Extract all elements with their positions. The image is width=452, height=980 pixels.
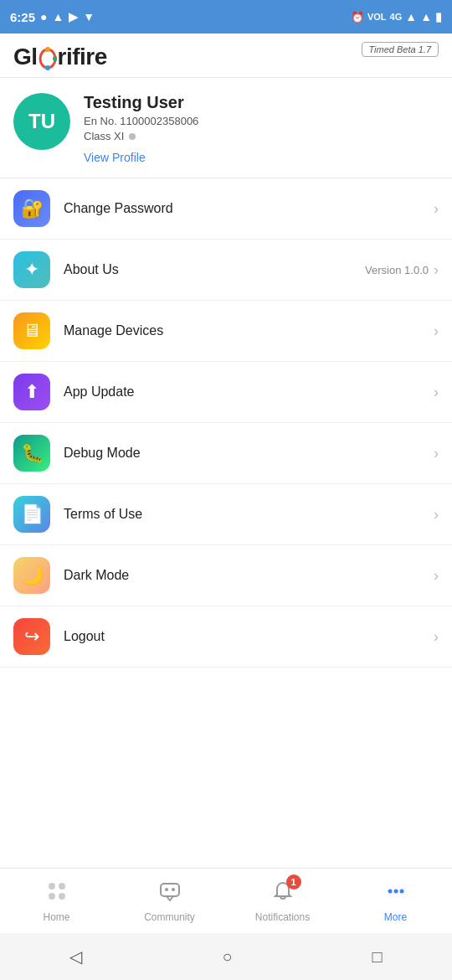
svg-point-5 — [59, 883, 65, 890]
chevron-icon: › — [434, 384, 439, 401]
logout-icon: ↪ — [13, 618, 50, 655]
location-icon: ▼ — [83, 10, 95, 23]
4g-icon: 4G — [390, 12, 403, 22]
svg-point-11 — [388, 889, 392, 893]
app-update-icon: ⬆ — [13, 374, 50, 410]
class-dot — [129, 133, 136, 140]
status-right: ⏰ VOL 4G ▲ ▲ ▮ — [351, 10, 442, 23]
logout-label: Logout — [64, 629, 434, 644]
profile-class: Class XI — [84, 130, 439, 142]
dark-mode-label: Dark Mode — [64, 568, 434, 583]
terms-of-use-icon: 📄 — [13, 496, 50, 533]
chevron-icon: › — [434, 445, 439, 462]
menu-item-about-us[interactable]: ✦ About Us Version 1.0.0 › — [0, 240, 452, 301]
menu-list: 🔐 Change Password › ✦ About Us Version 1… — [0, 178, 452, 668]
svg-point-9 — [165, 888, 168, 891]
play-icon: ▶ — [69, 10, 78, 23]
nav-notifications[interactable]: 1 Notifications — [226, 879, 339, 923]
bottom-nav: Home Community 1 Notifications — [0, 868, 452, 933]
menu-item-app-update[interactable]: ⬆ App Update › — [0, 362, 452, 423]
back-button[interactable]: ◁ — [69, 946, 82, 967]
wifi-icon: ▲ — [420, 10, 432, 23]
about-us-label: About Us — [64, 262, 365, 277]
view-profile-link[interactable]: View Profile — [84, 151, 439, 164]
home-label: Home — [43, 911, 69, 923]
svg-point-6 — [49, 893, 55, 900]
profile-info: Testing User En No. 1100002358006 Class … — [84, 93, 439, 164]
chevron-icon: › — [434, 322, 439, 340]
chevron-icon: › — [434, 567, 439, 585]
chevron-icon: › — [434, 200, 439, 218]
svg-point-1 — [45, 47, 50, 52]
menu-item-terms-of-use[interactable]: 📄 Terms of Use › — [0, 484, 452, 545]
status-bar: 6:25 ● ▲ ▶ ▼ ⏰ VOL 4G ▲ ▲ ▮ — [0, 0, 452, 34]
avatar: TU — [13, 93, 70, 150]
telegram-icon: ▲ — [53, 10, 64, 23]
svg-rect-8 — [161, 884, 179, 896]
chevron-icon: › — [434, 261, 439, 279]
logo: Gl rifire — [13, 44, 107, 70]
home-bar: ◁ ○ □ — [0, 933, 452, 980]
svg-point-4 — [49, 883, 55, 890]
menu-item-manage-devices[interactable]: 🖥 Manage Devices › — [0, 301, 452, 362]
more-label: More — [384, 911, 407, 923]
debug-mode-label: Debug Mode — [64, 446, 434, 461]
home-button[interactable]: ○ — [222, 947, 232, 967]
chevron-icon: › — [434, 628, 439, 646]
manage-devices-label: Manage Devices — [64, 323, 434, 338]
terms-of-use-label: Terms of Use — [64, 507, 434, 522]
app-update-label: App Update — [64, 384, 434, 400]
profile-enno: En No. 1100002358006 — [84, 115, 439, 127]
community-icon — [158, 879, 182, 908]
time-display: 6:25 — [10, 10, 35, 24]
signal-icon: ▲ — [405, 10, 417, 23]
svg-point-13 — [399, 889, 403, 893]
svg-point-3 — [45, 65, 50, 70]
svg-point-7 — [59, 893, 65, 900]
svg-point-12 — [393, 889, 398, 893]
app-header: Gl rifire Timed Beta 1.7 — [0, 34, 452, 78]
debug-mode-icon: 🐛 — [13, 435, 50, 472]
profile-section: TU Testing User En No. 1100002358006 Cla… — [0, 78, 452, 178]
dark-mode-icon: 🌙 — [13, 557, 50, 594]
class-label: Class XI — [84, 130, 124, 142]
nav-more[interactable]: More — [339, 879, 452, 923]
menu-item-logout[interactable]: ↪ Logout › — [0, 606, 452, 668]
status-left: 6:25 ● ▲ ▶ ▼ — [10, 10, 95, 24]
recent-button[interactable]: □ — [372, 947, 382, 967]
more-icon — [384, 879, 408, 908]
menu-item-change-password[interactable]: 🔐 Change Password › — [0, 178, 452, 240]
nav-home[interactable]: Home — [0, 879, 113, 923]
manage-devices-icon: 🖥 — [13, 312, 50, 349]
notifications-label: Notifications — [255, 911, 310, 923]
nav-community[interactable]: Community — [113, 879, 226, 923]
profile-name: Testing User — [84, 93, 439, 112]
whatsapp-icon: ● — [40, 10, 47, 23]
chevron-icon: › — [434, 506, 439, 524]
menu-item-dark-mode[interactable]: 🌙 Dark Mode › — [0, 545, 452, 606]
notifications-icon: 1 — [271, 879, 295, 908]
community-label: Community — [144, 911, 195, 923]
home-icon — [45, 879, 69, 908]
notifications-badge: 1 — [286, 874, 301, 890]
alarm-icon: ⏰ — [351, 11, 364, 23]
change-password-label: Change Password — [64, 201, 434, 216]
svg-point-2 — [53, 56, 57, 61]
about-us-icon: ✦ — [13, 251, 50, 288]
battery-icon: ▮ — [435, 10, 442, 23]
menu-item-debug-mode[interactable]: 🐛 Debug Mode › — [0, 423, 452, 484]
svg-point-10 — [172, 888, 175, 891]
beta-badge: Timed Beta 1.7 — [362, 42, 439, 57]
about-us-version: Version 1.0.0 — [365, 264, 429, 276]
volte-icon: VOL — [367, 12, 387, 22]
change-password-icon: 🔐 — [13, 190, 50, 227]
logo-text: Gl rifire — [13, 44, 107, 70]
